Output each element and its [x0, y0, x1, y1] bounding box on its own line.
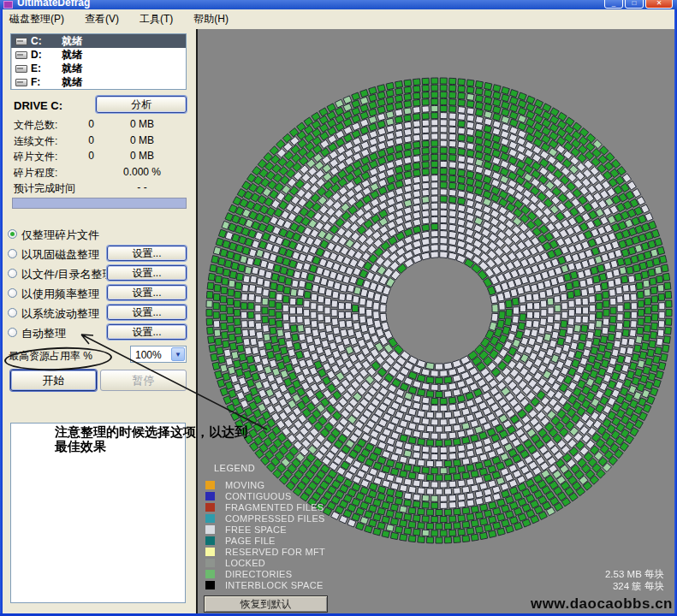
analyze-button[interactable]: 分析 — [96, 96, 187, 113]
drive-row[interactable]: E:就绪 — [11, 62, 186, 75]
stat-size: - - — [110, 181, 175, 193]
app-icon — [3, 1, 13, 9]
legend-swatch — [205, 492, 215, 500]
stat-label: 预计完成时间 — [14, 181, 75, 196]
left-panel: C:就绪D:就绪E:就绪F:就绪 DRIVE C: 分析 文件总数:00 MB连… — [3, 29, 196, 613]
stat-label: 碎片文件: — [14, 150, 57, 164]
menu-item-0[interactable]: 磁盘整理(P) — [9, 12, 64, 27]
legend-label: PAGE FILE — [225, 536, 276, 546]
stat-label: 碎片程度: — [14, 166, 57, 181]
window-border-left — [0, 0, 3, 616]
cluster-size-label: 324 簇 每块 — [480, 580, 664, 592]
legend-label: RESERVED FOR MFT — [225, 547, 325, 557]
legend-label: DIRECTORIES — [225, 569, 292, 579]
pause-button[interactable]: 暂停 — [100, 370, 187, 391]
stat-count: 0 — [58, 134, 94, 146]
stat-row: 碎片文件:00 MB — [3, 150, 196, 165]
radio-unselected[interactable] — [8, 269, 17, 278]
drive-name-label: E: — [31, 62, 62, 74]
block-size-label: 2.53 MB 每块 — [480, 568, 664, 580]
resource-usage-select[interactable]: 100% ▼ — [130, 346, 187, 363]
legend-swatch — [205, 481, 215, 489]
method-label: 以系统波动整理 — [21, 306, 99, 322]
legend-swatch — [205, 570, 215, 578]
legend-swatch — [205, 536, 215, 545]
close-button[interactable]: ✕ — [645, 0, 673, 9]
legend-swatch — [205, 503, 215, 512]
method-label: 自动整理 — [21, 326, 66, 341]
stat-count: 0 — [58, 118, 94, 130]
settings-button[interactable]: 设置... — [107, 324, 187, 340]
drive-status-label: 就绪 — [62, 62, 82, 76]
legend-label: CONTIGUOUS — [225, 491, 292, 501]
method-row: 以系统波动整理设置... — [3, 305, 196, 322]
menu-item-1[interactable]: 查看(V) — [85, 12, 119, 27]
menu-item-2[interactable]: 工具(T) — [140, 12, 173, 27]
legend-label: LOCKED — [225, 558, 265, 568]
stat-count: 0 — [58, 150, 94, 162]
radio-unselected[interactable] — [8, 249, 17, 258]
stat-label: 文件总数: — [14, 118, 57, 133]
radio-unselected[interactable] — [8, 308, 17, 317]
drive-icon — [15, 38, 27, 45]
drive-name-label: D: — [31, 49, 62, 61]
disk-map-area: LEGEND MOVINGCONTIGUOUSFRAGMENTED FILESC… — [196, 29, 677, 613]
drive-row[interactable]: D:就绪 — [11, 48, 186, 62]
stat-label: 连续文件: — [14, 134, 57, 149]
settings-button[interactable]: 设置... — [107, 305, 187, 320]
stat-size: 0 MB — [110, 118, 175, 130]
chevron-down-icon[interactable]: ▼ — [171, 347, 185, 361]
drive-icon — [15, 65, 27, 73]
drive-row[interactable]: F:就绪 — [11, 75, 186, 89]
restore-default-button[interactable]: 恢复到默认 — [204, 595, 328, 613]
drive-status-label: 就绪 — [62, 34, 82, 49]
watermark-text: www.daocaobbs.cn — [514, 595, 673, 613]
legend-swatch — [205, 525, 215, 534]
drive-name-label: F: — [31, 76, 62, 88]
radio-selected[interactable] — [8, 229, 17, 239]
resource-usage-value: 100% — [135, 349, 162, 361]
legend-label: MOVING — [225, 480, 264, 490]
minimize-icon: _ — [605, 0, 622, 7]
method-row: 以使用频率整理设置... — [3, 285, 196, 302]
start-button[interactable]: 开始 — [10, 370, 97, 391]
legend-swatch — [205, 559, 215, 567]
method-label: 以文件/目录名整理 — [21, 267, 114, 282]
stat-row: 预计完成时间- - — [3, 181, 196, 197]
radio-unselected[interactable] — [8, 288, 17, 298]
method-row: 自动整理设置... — [3, 324, 196, 341]
method-label: 以使用频率整理 — [21, 287, 99, 302]
maximize-button[interactable]: □ — [625, 0, 644, 9]
settings-button[interactable]: 设置... — [107, 246, 187, 261]
settings-button[interactable]: 设置... — [107, 265, 187, 281]
title-bar: UltimateDefrag — [0, 0, 677, 9]
drive-row[interactable]: C:就绪 — [11, 34, 186, 48]
block-info: 2.53 MB 每块 324 簇 每块 — [480, 568, 664, 592]
method-label: 仅整理碎片文件 — [21, 228, 99, 243]
annotation-text: 注意整理的时候选择这项，以达到 最佳效果 — [55, 424, 247, 453]
legend-label: FRAGMENTED FILES — [225, 502, 324, 512]
stat-row: 连续文件:00 MB — [3, 134, 196, 150]
method-row: 以文件/目录名整理设置... — [3, 265, 196, 282]
menu-bar: 磁盘整理(P)查看(V)工具(T)帮助(H) — [3, 9, 674, 29]
maximize-icon: □ — [626, 0, 643, 7]
method-row: 以巩固磁盘整理设置... — [3, 246, 196, 263]
drive-icon — [15, 79, 27, 86]
method-label: 以巩固磁盘整理 — [21, 247, 99, 263]
radio-unselected[interactable] — [8, 328, 17, 337]
drive-icon — [15, 51, 27, 59]
legend-label: INTERBLOCK SPACE — [225, 580, 324, 590]
stat-row: 碎片程度:0.000 % — [3, 166, 196, 181]
menu-item-3[interactable]: 帮助(H) — [193, 12, 229, 27]
stat-size: 0 MB — [110, 150, 175, 162]
method-row: 仅整理碎片文件 — [3, 226, 196, 243]
drive-status-label: 就绪 — [62, 75, 82, 90]
legend-label: COMPRESSED FILES — [225, 513, 325, 524]
settings-button[interactable]: 设置... — [107, 285, 187, 300]
drive-list[interactable]: C:就绪D:就绪E:就绪F:就绪 — [10, 33, 187, 90]
window-title: UltimateDefrag — [17, 0, 90, 9]
legend-label: FREE SPACE — [225, 524, 287, 535]
annotation-line1: 注意整理的时候选择这项，以达到 — [55, 424, 247, 439]
legend-swatch — [205, 514, 215, 523]
minimize-button[interactable]: _ — [604, 0, 623, 9]
